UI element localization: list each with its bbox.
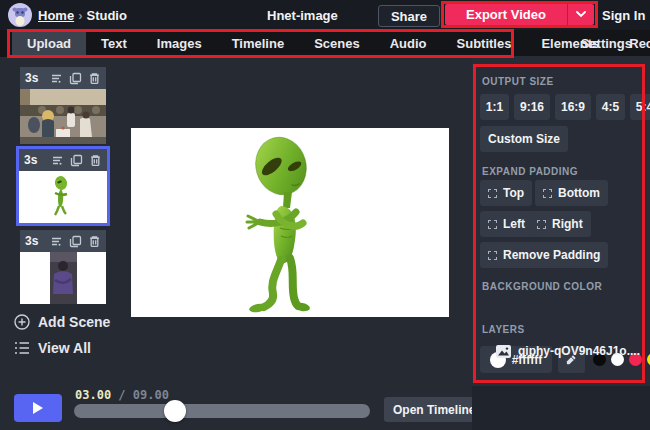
breadcrumb-current: Studio	[86, 8, 126, 23]
delete-scene-icon[interactable]	[89, 154, 102, 167]
breadcrumb-home-link[interactable]: Home	[38, 8, 74, 23]
page-title: Hnet-image	[267, 8, 338, 23]
padding-left-button[interactable]: Left	[480, 211, 533, 237]
chevron-down-icon[interactable]	[568, 4, 594, 25]
view-all-label: View All	[38, 340, 91, 356]
layer-item[interactable]: giphy-qOV9n46J1o....	[496, 344, 640, 358]
scene-options-icon[interactable]	[51, 154, 64, 167]
ratio-16-9-button[interactable]: 16:9	[555, 94, 591, 120]
video-preview-canvas[interactable]	[131, 128, 449, 317]
breadcrumb-separator: ›	[78, 8, 82, 23]
add-scene-button[interactable]: Add Scene	[14, 314, 110, 330]
main-tab-bar: Upload Text Images Timeline Scenes Audio…	[0, 30, 650, 57]
scene-options-icon[interactable]	[50, 235, 63, 248]
scene-options-icon[interactable]	[50, 72, 63, 85]
scene-card-header: 3s	[20, 230, 106, 252]
scene-thumbnail-alien[interactable]	[19, 171, 107, 223]
tab-images[interactable]: Images	[142, 30, 217, 57]
alien-gif-layer[interactable]	[236, 132, 331, 314]
expand-padding-label: EXPAND PADDING	[482, 166, 578, 177]
sign-in-button[interactable]: Sign In	[602, 8, 645, 23]
current-time: 03.00	[75, 388, 111, 402]
tab-scenes[interactable]: Scenes	[299, 30, 375, 57]
list-icon	[14, 341, 30, 355]
padding-top-button[interactable]: Top	[480, 180, 532, 206]
total-time: 09.00	[133, 388, 169, 402]
layer-name: giphy-qOV9n46J1o....	[518, 344, 640, 358]
ratio-9-16-button[interactable]: 9:16	[514, 94, 550, 120]
duplicate-scene-icon[interactable]	[69, 72, 82, 85]
tab-text[interactable]: Text	[86, 30, 142, 57]
duplicate-scene-icon[interactable]	[70, 154, 83, 167]
padding-square-icon	[488, 189, 497, 198]
image-layer-icon	[496, 345, 511, 358]
padding-square-icon	[543, 189, 552, 198]
scene-thumbnail-cafe[interactable]	[20, 89, 106, 144]
seek-slider-track[interactable]	[74, 404, 370, 418]
time-display: 03.00 / 09.00	[75, 388, 169, 402]
ratio-4-5-button[interactable]: 4:5	[596, 94, 625, 120]
add-circle-icon	[14, 314, 30, 330]
custom-size-button[interactable]: Custom Size	[480, 126, 568, 152]
ratio-5-4-button[interactable]: 5:4	[630, 94, 650, 120]
tab-upload[interactable]: Upload	[12, 30, 86, 57]
output-size-label: OUTPUT SIZE	[482, 76, 554, 87]
add-scene-label: Add Scene	[38, 314, 110, 330]
share-button[interactable]: Share	[378, 5, 440, 27]
tab-subtitles[interactable]: Subtitles	[442, 30, 527, 57]
time-separator: /	[111, 388, 133, 402]
settings-button[interactable]: Settings	[581, 36, 632, 51]
padding-bottom-button[interactable]: Bottom	[535, 180, 608, 206]
scene-duration-badge: 3s	[25, 234, 38, 248]
delete-scene-icon[interactable]	[88, 235, 101, 248]
scene-card-2-selected[interactable]: 3s	[16, 146, 110, 226]
padding-square-icon	[488, 220, 497, 229]
ratio-1-1-button[interactable]: 1:1	[480, 94, 509, 120]
scene-card-header: 3s	[20, 67, 106, 89]
delete-scene-icon[interactable]	[88, 72, 101, 85]
export-video-button[interactable]: Export Video	[445, 4, 594, 25]
scene-duration-badge: 3s	[25, 71, 38, 85]
seek-slider-handle[interactable]	[164, 400, 186, 422]
background-color-label: BACKGROUND COLOR	[482, 281, 602, 292]
padding-right-button[interactable]: Right	[529, 211, 591, 237]
scene-thumbnail-video[interactable]	[20, 252, 106, 304]
top-bar: Home›Studio Hnet-image Share Export Vide…	[0, 0, 650, 30]
properties-panel: OUTPUT SIZE 1:1 9:16 16:9 4:5 5:4 Custom…	[472, 56, 650, 430]
panel-footer-area	[472, 386, 650, 430]
breadcrumb: Home›Studio	[38, 8, 127, 23]
export-video-label[interactable]: Export Video	[445, 4, 567, 25]
scene-card-1[interactable]: 3s	[20, 67, 106, 144]
open-timeline-button[interactable]: Open Timeline	[384, 397, 484, 422]
view-all-button[interactable]: View All	[14, 340, 91, 356]
remove-padding-button[interactable]: Remove Padding	[480, 242, 608, 268]
tab-timeline[interactable]: Timeline	[217, 30, 300, 57]
layers-label: LAYERS	[482, 324, 525, 335]
play-button[interactable]	[14, 394, 62, 422]
tab-audio[interactable]: Audio	[375, 30, 442, 57]
scene-card-3[interactable]: 3s	[20, 230, 106, 304]
padding-square-icon	[537, 220, 546, 229]
scene-card-header: 3s	[19, 149, 107, 171]
duplicate-scene-icon[interactable]	[69, 235, 82, 248]
padding-square-icon	[488, 251, 497, 260]
play-icon	[33, 402, 43, 414]
scene-duration-badge: 3s	[24, 153, 37, 167]
app-logo-icon[interactable]	[8, 3, 32, 27]
